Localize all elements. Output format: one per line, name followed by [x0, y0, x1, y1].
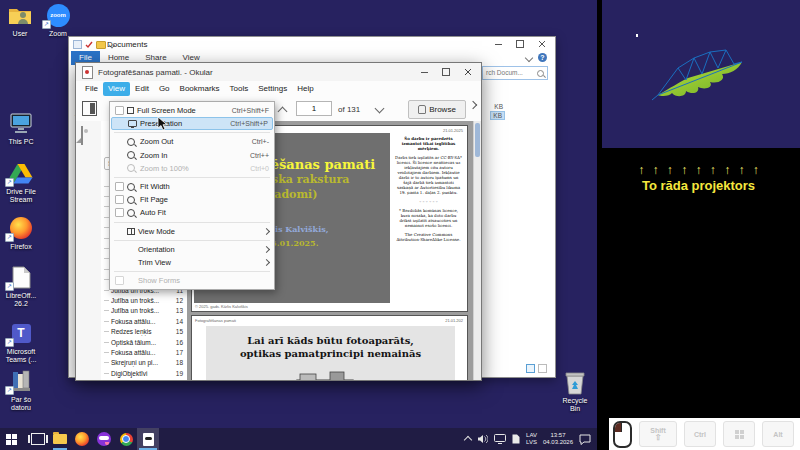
- menu-item-full-screen-mode[interactable]: Full Screen Mode Ctrl+Shift+F: [111, 104, 273, 117]
- menu-separator: [114, 222, 270, 223]
- toc-item[interactable]: Optiskā tālum...16: [103, 337, 186, 347]
- menu-item-trim-view[interactable]: Trim View: [111, 256, 273, 269]
- ribbon-collapse-icon[interactable]: [525, 53, 533, 61]
- menu-item-zoom-out[interactable]: Zoom Out Ctrl+-: [111, 135, 273, 148]
- help-icon[interactable]: ?: [538, 53, 547, 62]
- menu-edit[interactable]: Edit: [130, 82, 154, 96]
- page2-slide: Lai arī kāds būtu fotoaparāts, optikas p…: [206, 326, 455, 380]
- details-view-toggle[interactable]: [526, 364, 535, 373]
- view-menu-dropdown: Full Screen Mode Ctrl+Shift+F Presentati…: [109, 101, 275, 290]
- google-drive-icon: ↗: [0, 160, 45, 186]
- task-view-button[interactable]: [27, 428, 49, 450]
- this-pc-icon: [0, 110, 45, 136]
- taskbar-firefox[interactable]: [71, 428, 93, 450]
- menu-item-auto-fit[interactable]: Auto Fit: [111, 206, 273, 219]
- desktop-icon-this-pc[interactable]: This PC: [0, 110, 45, 146]
- explorer-maximize-button[interactable]: [515, 39, 525, 49]
- taskbar-media-app[interactable]: [93, 428, 115, 450]
- input-display-overlay: Shift⇧ Ctrl Alt: [609, 418, 800, 450]
- menu-item-fit-width[interactable]: Fit Width: [111, 180, 273, 193]
- taskbar-file-explorer[interactable]: [49, 428, 71, 450]
- document-tray-icon[interactable]: [512, 434, 520, 444]
- desktop-icon-zoom[interactable]: zoom ↗ Zoom: [34, 2, 82, 38]
- pdf-page-2[interactable]: Fotografēšanas pamati 21.01.202 Lai arī …: [191, 315, 468, 380]
- taskbar-clock[interactable]: 13:5704.03.2026: [543, 432, 573, 446]
- taskbar-okular-active[interactable]: [137, 428, 159, 450]
- menu-item-show-forms[interactable]: Show Forms: [111, 274, 273, 287]
- toc-item[interactable]: DigiObjektīvi19: [103, 368, 186, 378]
- hidden-icons-chevron[interactable]: [464, 436, 472, 444]
- volume-icon[interactable]: [477, 434, 488, 444]
- zoom-in-icon: [127, 151, 135, 159]
- taskbar-chrome[interactable]: [115, 428, 137, 450]
- okular-maximize-button[interactable]: [441, 67, 451, 77]
- toolbar-overflow-icon[interactable]: [469, 101, 477, 109]
- search-icon: [537, 70, 544, 77]
- file-icon[interactable]: [73, 40, 82, 49]
- okular-menubar: File View Edit Go Bookmarks Tools Settin…: [76, 81, 481, 98]
- shortcut-arrow-icon: ↗: [5, 233, 14, 242]
- menu-item-zoom-to-100[interactable]: Zoom to 100% Ctrl+0: [111, 162, 273, 175]
- menu-view[interactable]: View: [103, 82, 130, 96]
- desktop-icon-libreoffice[interactable]: ↗ LibreOff... 26.2: [0, 264, 45, 308]
- explorer-minimize-button[interactable]: [493, 39, 503, 49]
- browse-tool-button[interactable]: Browse: [408, 100, 466, 119]
- submenu-arrow-icon: [263, 246, 270, 253]
- toc-item[interactable]: Jutība un trokš...12: [103, 295, 186, 305]
- desktop-icon-recycle-bin[interactable]: Recycle Bin: [551, 369, 599, 413]
- menu-help[interactable]: Help: [292, 82, 318, 96]
- desktop-icon-microsoft-teams[interactable]: T ↗ Microsoft Teams (...: [0, 320, 45, 364]
- checkmark-icon[interactable]: [85, 41, 93, 49]
- slide2-line2: optikas pamatprincipi nemainās: [206, 347, 455, 360]
- checkbox-icon: [115, 208, 124, 217]
- folder-icon[interactable]: [96, 41, 106, 49]
- icon-label: Recycle Bin: [551, 397, 599, 413]
- chrome-icon: [120, 433, 133, 446]
- shortcut-arrow-icon: ↗: [42, 20, 51, 29]
- menu-item-fit-page[interactable]: Fit Page: [111, 193, 273, 206]
- menu-settings[interactable]: Settings: [253, 82, 292, 96]
- next-page-icon[interactable]: [375, 104, 385, 114]
- toc-item[interactable]: Skrejruņi un pl...18: [103, 358, 186, 368]
- toc-item[interactable]: Fokusa attālu...17: [103, 347, 186, 357]
- recycle-bin-icon: [551, 369, 599, 395]
- projected-cursor-dot: [636, 34, 638, 37]
- menu-file[interactable]: File: [80, 82, 103, 96]
- menu-item-orientation[interactable]: Orientation: [111, 243, 273, 256]
- shortcut-arrow-icon: ↗: [5, 178, 14, 187]
- explorer-search-box[interactable]: rch Docum...: [482, 66, 548, 80]
- sidebar-toggle-icon[interactable]: [82, 101, 97, 116]
- menu-go[interactable]: Go: [154, 82, 175, 96]
- purple-app-icon: [97, 432, 111, 446]
- desktop-icon-drive-file-stream[interactable]: ↗ Drive File Stream: [0, 160, 45, 204]
- camera-illustration: [286, 366, 376, 380]
- toc-item[interactable]: Jutība un trokš...13: [103, 306, 186, 316]
- menu-item-view-mode[interactable]: View Mode: [111, 225, 273, 238]
- file-size-cell-selected[interactable]: KB: [490, 112, 505, 119]
- desktop-icon-firefox[interactable]: ↗ Firefox: [0, 215, 45, 251]
- okular-minimize-button[interactable]: [419, 67, 429, 77]
- notification-icon[interactable]: [579, 434, 591, 445]
- checkbox-icon: [115, 106, 124, 115]
- desktop-icon-par-so-datoru[interactable]: ↗ Par šo datoru: [0, 368, 45, 412]
- language-indicator[interactable]: LAVLVS: [526, 432, 537, 446]
- menu-tools[interactable]: Tools: [225, 82, 254, 96]
- checkbox-icon: [115, 182, 124, 191]
- scrollbar-thumb[interactable]: [475, 123, 480, 157]
- win-key-indicator: [723, 421, 755, 447]
- menu-item-presentation[interactable]: Presentation Ctrl+Shift+P: [111, 117, 273, 130]
- oak-leaf-logo: [650, 40, 754, 104]
- start-button[interactable]: [0, 428, 22, 450]
- toc-item[interactable]: Fokusa attālu...14: [103, 316, 186, 326]
- okular-close-button[interactable]: [463, 67, 473, 77]
- previous-page-icon[interactable]: [278, 107, 288, 117]
- document-scrollbar[interactable]: [473, 121, 481, 380]
- menu-item-zoom-in[interactable]: Zoom In Ctrl++: [111, 149, 273, 162]
- display-icon[interactable]: [494, 434, 506, 444]
- thumbnail-view-toggle[interactable]: [538, 364, 547, 373]
- page-number-input[interactable]: [296, 101, 332, 116]
- explorer-close-button[interactable]: [537, 39, 547, 49]
- menu-bookmarks[interactable]: Bookmarks: [175, 82, 225, 96]
- toc-item[interactable]: Redzes leņķis15: [103, 326, 186, 336]
- thumbnails-tab-icon[interactable]: [81, 126, 83, 145]
